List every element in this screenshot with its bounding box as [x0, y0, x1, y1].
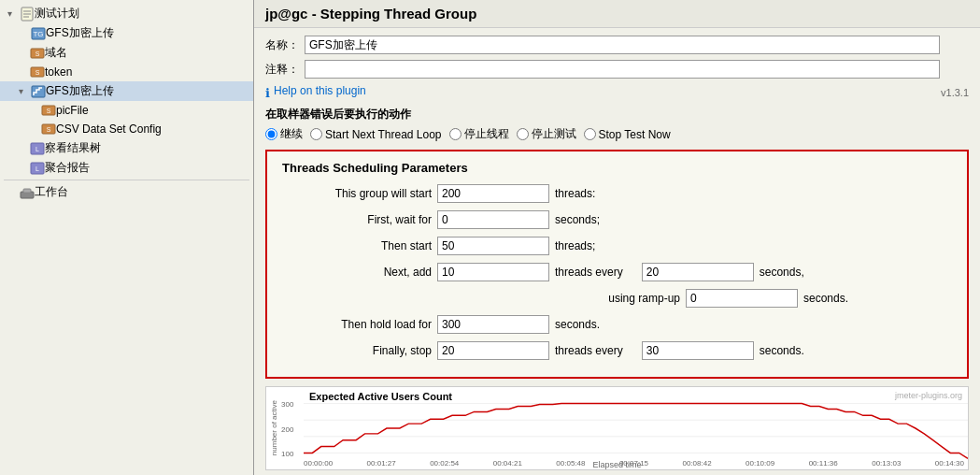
sched-input-next-add[interactable] — [437, 263, 549, 281]
sched-row-2: Then start threads; — [282, 237, 952, 255]
sidebar-item-test-plan[interactable]: ▾ 测试计划 — [0, 4, 253, 23]
sidebar-item-gfs1-label: GFS加密上传 — [46, 25, 114, 41]
chart-line — [304, 404, 968, 459]
sidebar-item-token[interactable]: S token — [0, 63, 253, 81]
sched-label-1: First, wait for — [282, 213, 432, 226]
sched-input-threads-start[interactable] — [437, 184, 549, 203]
sched-right-6: seconds. — [642, 341, 804, 360]
version-label: v1.3.1 — [366, 87, 969, 98]
sched-suffix-5: seconds. — [555, 318, 600, 331]
sidebar-item-domain-label: 域名 — [45, 45, 67, 61]
svg-rect-20 — [23, 189, 31, 193]
sched-row-4: using ramp-up seconds. — [282, 289, 952, 308]
radio-stop-test-now[interactable]: Stop Test Now — [584, 128, 671, 141]
sidebar-item-token-label: token — [45, 65, 72, 79]
sidebar: ▾ 测试计划 TG GFS加密上传 S 域名 S token — [0, 0, 254, 475]
sidebar-divider — [4, 180, 249, 180]
y-label-100: 100 — [281, 450, 293, 458]
sched-suffix-1: seconds; — [555, 213, 600, 226]
plan-icon — [20, 7, 35, 22]
sched-right-suffix-3: seconds, — [760, 266, 804, 279]
x-label-4: 00:05:48 — [556, 459, 585, 468]
radio-stop-thread-input[interactable] — [449, 128, 462, 140]
name-label: 名称： — [265, 37, 299, 53]
sched-input-every-seconds[interactable] — [642, 263, 754, 281]
sched-suffix-0: threads: — [555, 187, 595, 200]
main-content: 名称： 注释： ℹ Help on this plugin v1.3.1 在取样… — [254, 28, 980, 475]
stepping-group-icon — [31, 84, 46, 99]
sched-row-6: Finally, stop threads every seconds. — [282, 341, 952, 360]
sidebar-item-results-tree[interactable]: L 察看结果树 — [0, 138, 253, 158]
sched-row-0: This group will start threads: — [282, 184, 952, 203]
sidebar-item-aggregate[interactable]: L 聚合报告 — [0, 158, 253, 178]
x-label-1: 00:01:27 — [367, 459, 396, 468]
chart-svg — [304, 387, 968, 469]
sched-input-stop-every[interactable] — [642, 341, 754, 360]
svg-text:S: S — [36, 69, 40, 76]
x-label-10: 00:14:30 — [935, 459, 964, 468]
sampler-icon2: S — [30, 65, 45, 79]
panel-title: jp@gc - Stepping Thread Group — [254, 0, 980, 28]
sched-input-finally-stop[interactable] — [437, 341, 549, 360]
name-input[interactable] — [305, 36, 940, 54]
sidebar-item-test-plan-label: 测试计划 — [35, 6, 79, 22]
radio-stop-thread[interactable]: 停止线程 — [449, 126, 509, 142]
sched-right-suffix-4: seconds. — [803, 292, 848, 305]
sidebar-item-aggregate-label: 聚合报告 — [45, 160, 90, 176]
sidebar-item-gfs2[interactable]: ▾ GFS加密上传 — [0, 81, 253, 101]
elapsed-label: Elapsed time — [592, 460, 641, 469]
error-action-label: 在取样器错误后要执行的动作 — [265, 107, 969, 122]
x-label-0: 00:00:00 — [304, 459, 333, 468]
sidebar-item-domain[interactable]: S 域名 — [0, 43, 253, 63]
sched-label-3: Next, add — [282, 266, 432, 279]
sched-row-1: First, wait for seconds; — [282, 210, 952, 229]
svg-text:L: L — [36, 166, 39, 172]
sidebar-item-picfile[interactable]: S picFile — [0, 101, 253, 120]
help-link[interactable]: Help on this plugin — [274, 84, 366, 97]
x-label-6: 00:08:42 — [682, 459, 711, 468]
comment-label: 注释： — [265, 62, 299, 78]
sched-label-2: Then start — [282, 239, 432, 252]
sched-suffix-2: threads; — [555, 239, 595, 252]
info-icon: ℹ — [265, 86, 270, 100]
main-panel: jp@gc - Stepping Thread Group 名称： 注释： ℹ … — [254, 0, 980, 475]
sampler-icon: S — [30, 46, 45, 61]
sidebar-item-picfile-label: picFile — [56, 104, 89, 117]
sched-right-3: seconds, — [642, 263, 804, 281]
radio-next-loop[interactable]: Start Next Thread Loop — [310, 128, 442, 141]
x-label-7: 00:10:09 — [746, 459, 774, 468]
sched-right-suffix-6: seconds. — [760, 344, 804, 357]
x-label-2: 00:02:54 — [430, 459, 459, 468]
sched-input-rampup[interactable] — [686, 289, 798, 308]
sampler-icon3: S — [41, 103, 56, 118]
radio-stop-test-input[interactable] — [517, 128, 529, 140]
sched-row-3: Next, add threads every seconds, — [282, 263, 952, 281]
expand-icon: ▾ — [7, 8, 19, 20]
radio-stop-test[interactable]: 停止测试 — [517, 126, 576, 142]
sidebar-item-csv[interactable]: S CSV Data Set Config — [0, 120, 253, 138]
sched-suffix-6: threads every — [555, 344, 623, 357]
comment-input[interactable] — [305, 60, 940, 79]
svg-text:L: L — [36, 146, 39, 152]
radio-stop-test-now-label: Stop Test Now — [599, 128, 671, 141]
radio-stop-test-now-input[interactable] — [584, 128, 596, 140]
expand-icon4 — [7, 187, 19, 198]
sched-label-5: Then hold load for — [282, 318, 432, 331]
sched-input-wait[interactable] — [437, 210, 549, 229]
sidebar-item-workbench[interactable]: 工作台 — [0, 182, 253, 202]
radio-continue-input[interactable] — [265, 128, 277, 140]
sched-rampup-label: using ramp-up — [549, 292, 680, 305]
sidebar-item-gfs1[interactable]: TG GFS加密上传 — [0, 23, 253, 43]
sidebar-item-workbench-label: 工作台 — [35, 184, 68, 200]
csv-icon: S — [41, 122, 56, 137]
radio-continue[interactable]: 继续 — [265, 126, 303, 142]
svg-text:S: S — [47, 108, 51, 114]
sched-input-hold[interactable] — [437, 315, 549, 334]
svg-text:TG: TG — [33, 30, 43, 38]
radio-next-loop-input[interactable] — [310, 128, 322, 140]
scheduling-box: Threads Scheduling Parameters This group… — [265, 150, 969, 379]
sched-label-0: This group will start — [282, 187, 432, 200]
workbench-icon — [20, 185, 35, 200]
sched-suffix-3: threads every — [555, 266, 623, 279]
sched-input-then-start[interactable] — [437, 237, 549, 255]
